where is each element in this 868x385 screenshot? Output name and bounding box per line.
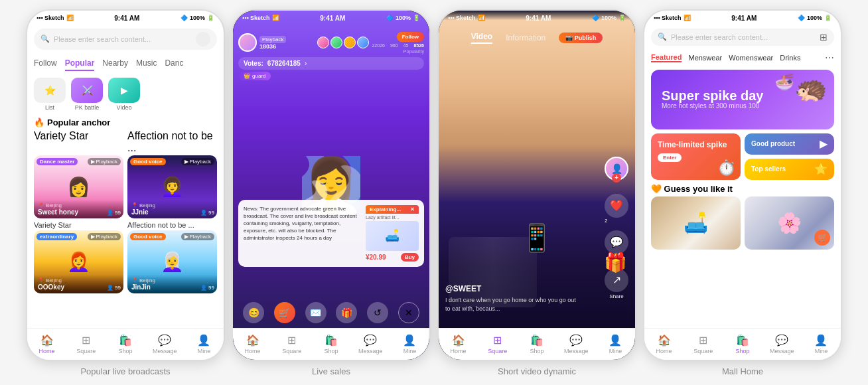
tab-danc[interactable]: Danc <box>165 56 183 71</box>
top-sellers-card[interactable]: Top sellers ⭐ <box>745 159 834 180</box>
message-icon-4: 💬 <box>775 334 788 346</box>
phone2-wrap: 🧖‍♀️ ▪▪▪ Sketch 📶 9:41 AM 🔷 100% 🔋 <box>232 9 431 376</box>
product-image-0: 🛋️ <box>651 196 741 250</box>
follow-button-2[interactable]: Follow <box>397 32 424 42</box>
video-button[interactable]: ▶ Video <box>108 78 140 111</box>
battery-icon-4: 🔋 <box>824 15 832 21</box>
nav-home-4[interactable]: 🏠 Home <box>644 334 684 354</box>
gift-button[interactable]: 🎁 <box>336 302 357 323</box>
emoji-button[interactable]: 😊 <box>243 302 264 323</box>
close-button-2[interactable]: ✕ <box>398 302 419 323</box>
phone4-label: Mall Home <box>722 366 763 376</box>
popup-close-icon[interactable]: ✕ <box>410 206 415 212</box>
nav-square-4[interactable]: ⊞ Square <box>684 334 723 354</box>
phone3-label: Short video dynamic <box>498 366 576 376</box>
refresh-button[interactable]: ↺ <box>367 302 388 323</box>
network-3: ▪▪▪ Sketch <box>448 15 476 21</box>
tab-nearby[interactable]: Nearby <box>102 56 128 71</box>
cart-button[interactable]: 🛒 <box>274 302 295 323</box>
nav-home-label-2: Home <box>245 348 261 354</box>
anchor-badge-3: Good voice <box>130 233 166 240</box>
bottom-nav-4: 🏠 Home ⊞ Square 🛍️ Shop 💬 Message 👤 <box>644 328 841 360</box>
creator-avatar[interactable]: 👤 + <box>605 157 628 181</box>
tab-womenswear[interactable]: Womenswear <box>729 54 773 62</box>
nav-mine-1[interactable]: 👤 Mine <box>184 334 224 354</box>
nav-message-3[interactable]: 💬 Message <box>557 334 596 354</box>
gift-icon[interactable]: 🎁 <box>604 252 627 273</box>
more-categories-icon[interactable]: ⋯ <box>825 52 834 63</box>
nav-shop-1[interactable]: 🛍️ Shop <box>106 334 145 354</box>
tab-popular[interactable]: Popular <box>65 56 95 71</box>
square-icon-3: ⊞ <box>493 334 502 346</box>
time-1: 9:41 AM <box>114 15 139 22</box>
phone1-label: Popular live broadcasts <box>80 366 170 376</box>
popularity-count: 8526 <box>413 43 424 48</box>
tab-video-3[interactable]: Video <box>471 32 492 44</box>
product-card-1[interactable]: 🌸 🛒 <box>745 196 834 250</box>
location-icon-1: 📍 <box>131 202 138 208</box>
buy-button[interactable]: Buy <box>401 253 419 262</box>
anchor-loc-1: 📍 Beijing <box>131 202 213 208</box>
cart-badge[interactable]: 🛒 <box>814 230 830 246</box>
streamer-info: Playback 18036 <box>259 36 315 50</box>
list-button[interactable]: ⭐ List <box>34 78 66 111</box>
anchor-card-1[interactable]: 👩‍🦱 Good voice ▶ Playback 📍 Beijing JJni… <box>127 155 217 218</box>
tab-music[interactable]: Music <box>136 56 157 71</box>
good-product-card[interactable]: Good product ▶ <box>745 133 834 155</box>
status-left-1: ▪▪▪ Sketch 📶 <box>36 15 74 21</box>
message-icon-2: 💬 <box>364 334 377 346</box>
nav-shop-4[interactable]: 🛍️ Shop <box>723 334 762 354</box>
list-label: List <box>45 104 54 111</box>
tab-drinks[interactable]: Drinks <box>780 54 800 62</box>
time-4: 9:41 AM <box>731 15 757 22</box>
pk-battle-button[interactable]: ⚔️ PK battle <box>71 78 103 111</box>
p4-banner[interactable]: Super spike day More hot styles at 300 m… <box>651 70 834 129</box>
anchor-card-2[interactable]: 👩‍🦰 extraordinary ▶ Playback 📍 Beijing O… <box>34 230 123 293</box>
nav-home-1[interactable]: 🏠 Home <box>27 334 66 354</box>
nav-message-2[interactable]: 💬 Message <box>351 334 390 354</box>
enter-button[interactable]: Enter <box>658 153 682 162</box>
bluetooth-2: 🔷 <box>386 15 394 21</box>
nav-mine-3[interactable]: 👤 Mine <box>596 334 635 354</box>
votes-count: 678264185 <box>267 60 301 67</box>
spike-title: Time-limited spike <box>658 140 734 149</box>
like-action[interactable]: ❤️ 2 <box>605 194 628 224</box>
tab-follow[interactable]: Follow <box>34 56 57 71</box>
nav-home-2[interactable]: 🏠 Home <box>233 334 272 354</box>
right-promo-col: Good product ▶ Top sellers ⭐ <box>745 133 834 180</box>
crown-icon: 👑 <box>244 73 250 79</box>
nav-shop-2[interactable]: 🛍️ Shop <box>311 334 350 354</box>
video-label: Video <box>117 104 132 111</box>
battery-4: 100% <box>807 15 822 21</box>
product-card-0[interactable]: 🛋️ <box>651 196 741 250</box>
nav-home-3[interactable]: 🏠 Home <box>439 334 478 354</box>
anchor-card-0[interactable]: 👩 Dance master ▶ Playback 📍 Beijing Swee… <box>34 155 123 218</box>
tab-menswear[interactable]: Menswear <box>688 54 722 62</box>
publish-button[interactable]: 📷 Publish <box>559 33 603 43</box>
nav-message-1[interactable]: 💬 Message <box>145 334 184 354</box>
mail-button[interactable]: ✉️ <box>305 302 326 323</box>
promo-grid: Time-limited spike Enter ⏱️ Good product… <box>644 133 841 180</box>
nav-mine-2[interactable]: 👤 Mine <box>390 334 429 354</box>
nav-shop-3[interactable]: 🛍️ Shop <box>517 334 556 354</box>
username-3: @SWEET <box>445 284 578 293</box>
p3-header: Video Information 📷 Publish <box>439 32 635 44</box>
anchor-card-3[interactable]: 👩‍🦳 Good voice ▶ Playback 📍 Beijing JinJ… <box>127 230 217 293</box>
person-icon-1: 👤 <box>200 210 207 216</box>
search-bar-4[interactable]: 🔍 Please enter search content... ⊞ <box>651 29 834 46</box>
tab-featured[interactable]: Featured <box>651 53 682 62</box>
search-bar-1[interactable]: 🔍 Please enter search content... <box>34 29 217 50</box>
home-icon-1: 🏠 <box>40 334 54 346</box>
playback-badge-0: ▶ Playback <box>88 158 121 165</box>
nav-square-3[interactable]: ⊞ Square <box>478 334 517 354</box>
sales-popup[interactable]: News: The government advocate green live… <box>238 200 424 267</box>
bottom-nav-3: 🏠 Home ⊞ Square 🛍️ Shop 💬 Message 👤 <box>439 328 635 360</box>
nav-square-1[interactable]: ⊞ Square <box>66 334 106 354</box>
nav-square-2[interactable]: ⊞ Square <box>272 334 311 354</box>
time-limited-spike-card[interactable]: Time-limited spike Enter ⏱️ <box>651 133 741 180</box>
tab-info-3[interactable]: Information <box>506 33 545 42</box>
viewer-av-4 <box>357 37 369 48</box>
viewer-count-3: 45 <box>403 43 409 48</box>
nav-message-4[interactable]: 💬 Message <box>762 334 802 354</box>
nav-mine-4[interactable]: 👤 Mine <box>802 334 841 354</box>
